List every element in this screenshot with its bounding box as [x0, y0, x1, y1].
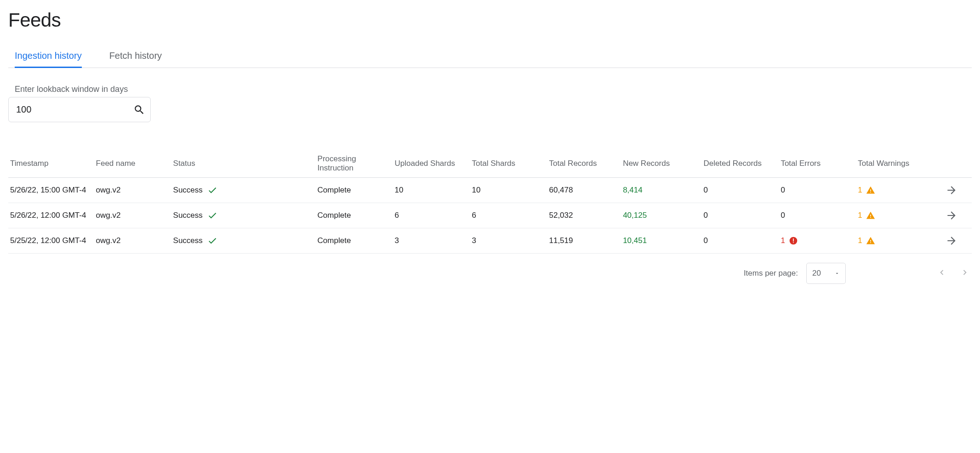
col-new-records[interactable]: New Records [619, 150, 700, 178]
svg-rect-2 [793, 242, 794, 243]
error-icon [789, 236, 798, 245]
cell-status: Success [173, 236, 203, 245]
cell-total-errors: 0 [781, 186, 785, 194]
col-deleted-records[interactable]: Deleted Records [700, 150, 777, 178]
warning-icon [866, 236, 875, 245]
cell-feed-name: owg.v2 [96, 211, 121, 220]
cell-timestamp: 5/25/22, 12:00 GMT-4 [10, 236, 86, 245]
cell-total-warnings: 1 [858, 236, 862, 245]
row-details-button[interactable] [935, 210, 968, 221]
cell-uploaded-shards: 10 [395, 186, 404, 194]
ingestion-table: Timestamp Feed name Status Processing In… [8, 150, 972, 254]
cell-feed-name: owg.v2 [96, 186, 121, 194]
row-details-button[interactable] [935, 184, 968, 196]
check-icon [207, 210, 217, 221]
cell-timestamp: 5/26/22, 15:00 GMT-4 [10, 186, 86, 194]
cell-total-records: 60,478 [549, 186, 573, 194]
col-timestamp[interactable]: Timestamp [8, 150, 92, 178]
col-uploaded-shards[interactable]: Uploaded Shards [391, 150, 468, 178]
cell-new-records: 8,414 [623, 186, 643, 194]
cell-uploaded-shards: 6 [395, 211, 399, 220]
cell-processing-instruction: Complete [318, 186, 351, 194]
cell-new-records: 10,451 [623, 236, 647, 245]
lookback-input[interactable] [15, 104, 133, 115]
cell-processing-instruction: Complete [318, 211, 351, 220]
cell-uploaded-shards: 3 [395, 236, 399, 245]
tab-fetch-history[interactable]: Fetch history [109, 45, 162, 68]
cell-status: Success [173, 211, 203, 220]
row-details-button[interactable] [935, 235, 968, 247]
cell-feed-name: owg.v2 [96, 236, 121, 245]
lookback-input-container [8, 97, 151, 122]
table-header-row: Timestamp Feed name Status Processing In… [8, 150, 972, 178]
table-row: 5/26/22, 12:00 GMT-4owg.v2SuccessComplet… [8, 203, 972, 228]
cell-new-records: 40,125 [623, 211, 647, 220]
col-status[interactable]: Status [170, 150, 314, 178]
col-total-shards[interactable]: Total Shards [468, 150, 546, 178]
warning-icon [866, 211, 875, 220]
col-processing-instruction[interactable]: Processing Instruction [314, 150, 391, 178]
lookback-label: Enter lookback window in days [8, 85, 972, 94]
cell-total-warnings: 1 [858, 186, 862, 195]
check-icon [207, 236, 217, 246]
pager: Items per page: 20 [8, 254, 972, 298]
cell-total-shards: 3 [472, 236, 476, 245]
cell-processing-instruction: Complete [318, 236, 351, 245]
search-icon[interactable] [133, 104, 145, 116]
cell-total-errors: 1 [781, 236, 785, 245]
next-page-button[interactable] [960, 267, 970, 280]
cell-total-shards: 6 [472, 211, 476, 220]
cell-timestamp: 5/26/22, 12:00 GMT-4 [10, 211, 86, 220]
cell-total-errors: 0 [781, 211, 785, 220]
items-per-page-select[interactable]: 20 [806, 263, 846, 284]
table-row: 5/26/22, 15:00 GMT-4owg.v2SuccessComplet… [8, 178, 972, 203]
warning-icon [866, 186, 875, 195]
lookback-section: Enter lookback window in days [8, 85, 972, 122]
col-total-records[interactable]: Total Records [545, 150, 619, 178]
dropdown-icon [834, 271, 840, 276]
tab-bar: Ingestion history Fetch history [8, 45, 972, 68]
cell-total-warnings: 1 [858, 211, 862, 220]
table-row: 5/25/22, 12:00 GMT-4owg.v2SuccessComplet… [8, 228, 972, 254]
cell-total-records: 11,519 [549, 236, 573, 245]
cell-deleted-records: 0 [703, 236, 707, 245]
col-feed-name[interactable]: Feed name [92, 150, 170, 178]
cell-deleted-records: 0 [703, 211, 707, 220]
items-per-page-label: Items per page: [744, 269, 798, 278]
tab-ingestion-history[interactable]: Ingestion history [15, 45, 82, 68]
page-title: Feeds [8, 9, 972, 31]
cell-status: Success [173, 186, 203, 195]
cell-total-records: 52,032 [549, 211, 573, 220]
check-icon [207, 185, 217, 195]
cell-deleted-records: 0 [703, 186, 707, 194]
pager-nav [937, 267, 970, 280]
col-total-errors[interactable]: Total Errors [777, 150, 854, 178]
svg-rect-1 [793, 238, 794, 242]
col-total-warnings[interactable]: Total Warnings [854, 150, 931, 178]
cell-total-shards: 10 [472, 186, 481, 194]
items-per-page-value: 20 [812, 269, 821, 278]
prev-page-button[interactable] [937, 267, 947, 280]
